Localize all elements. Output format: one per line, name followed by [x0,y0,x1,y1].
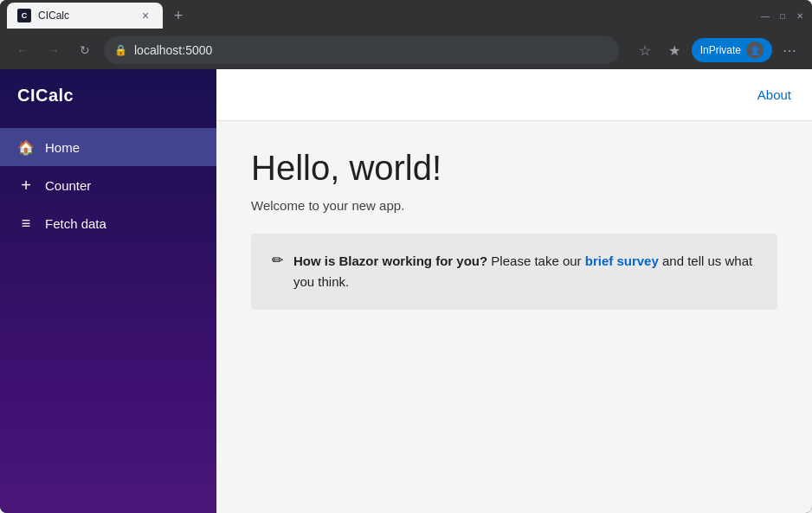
top-bar: About [216,69,812,121]
close-button[interactable]: ✕ [795,10,805,21]
content-area: Hello, world! Welcome to your new app. ✏… [216,121,812,337]
maximize-button[interactable]: □ [777,10,788,21]
tab-favicon: C [17,9,31,22]
inprivate-button[interactable]: InPrivate 👤 [692,38,772,62]
lock-icon: 🔒 [114,44,127,56]
about-link[interactable]: About [757,87,791,102]
info-box: ✏ How is Blazor working for you? Please … [251,234,777,310]
toolbar-right: ☆ ★ InPrivate 👤 ⋯ [633,38,802,62]
main-content: About Hello, world! Welcome to your new … [216,69,812,513]
info-box-content: ✏ How is Blazor working for you? Please … [272,251,757,292]
address-text: localhost:5000 [134,43,212,57]
sidebar-item-counter[interactable]: + Counter [0,166,216,204]
sidebar-item-fetchdata[interactable]: ≡ Fetch data [0,204,216,242]
infobox-bold: How is Blazor working for you? [293,253,487,268]
more-button[interactable]: ⋯ [777,38,802,62]
page-subtitle: Welcome to your new app. [251,198,777,213]
sidebar: CICalc 🏠 Home + Counter ≡ Fetch data [0,69,216,513]
app-window: CICalc 🏠 Home + Counter ≡ Fetch data Abo [0,69,812,513]
tab-title: CICalc [38,10,132,22]
browser-window: C CICalc × + — □ ✕ ← → ↻ 🔒 localhost:500… [0,0,812,513]
infobox-before-link: Please take our [487,253,585,268]
inprivate-label: InPrivate [700,44,741,56]
sidebar-brand[interactable]: CICalc [0,69,216,121]
page-title: Hello, world! [251,149,777,188]
sidebar-item-home[interactable]: 🏠 Home [0,128,216,166]
address-bar[interactable]: 🔒 localhost:5000 [104,36,619,64]
sidebar-item-counter-label: Counter [45,178,91,193]
sidebar-item-fetchdata-label: Fetch data [45,216,106,231]
new-tab-button[interactable]: + [166,3,190,28]
minimize-button[interactable]: — [760,10,770,21]
avatar: 👤 [746,42,764,59]
back-button[interactable]: ← [10,38,35,62]
pencil-icon: ✏ [272,252,283,268]
window-controls: — □ ✕ [760,10,805,21]
sidebar-nav: 🏠 Home + Counter ≡ Fetch data [0,121,216,249]
collections-icon[interactable]: ★ [662,38,686,62]
tab-close-button[interactable]: × [139,9,152,22]
refresh-button[interactable]: ↻ [73,38,97,62]
address-bar-row: ← → ↻ 🔒 localhost:5000 ☆ ★ InPrivate 👤 ⋯ [0,31,812,69]
browser-tab[interactable]: C CICalc × [7,3,163,29]
fetchdata-icon: ≡ [17,215,35,232]
title-bar: C CICalc × + — □ ✕ [0,0,812,31]
forward-button[interactable]: → [42,38,66,62]
survey-link[interactable]: brief survey [585,253,659,268]
info-text: How is Blazor working for you? Please ta… [293,251,757,292]
counter-icon: + [17,176,35,194]
sidebar-item-home-label: Home [45,140,80,155]
home-icon: 🏠 [17,138,35,156]
favorites-icon[interactable]: ☆ [633,38,657,62]
